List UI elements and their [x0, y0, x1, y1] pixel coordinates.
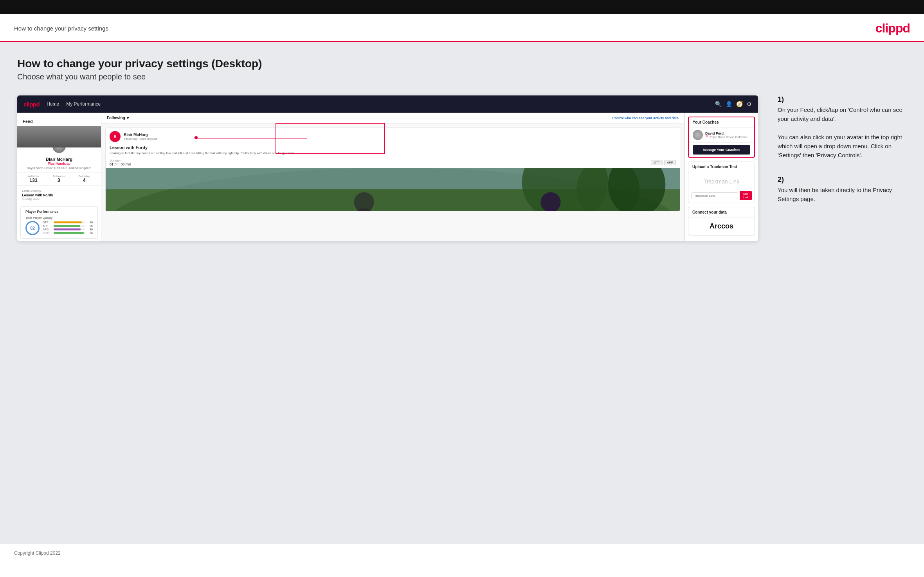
following-button[interactable]: Following ▾ — [107, 116, 129, 120]
trackman-title: Upload a Trackman Test — [688, 162, 755, 172]
app-center-feed: Following ▾ Control who can see your act… — [101, 113, 684, 241]
bar-ott-label: OTT — [43, 221, 52, 224]
feed-author-avatar: B — [110, 131, 121, 142]
header: How to change your privacy settings clip… — [0, 14, 924, 42]
feed-author-name: Blair McHarg — [124, 133, 157, 137]
feed-card-desc: Looking to feel like my hands are exitin… — [106, 151, 680, 157]
manage-coaches-button[interactable]: Manage Your Coaches — [693, 145, 750, 155]
connect-box: Connect your data Arccos — [688, 207, 755, 235]
bar-app-fill — [54, 225, 80, 227]
instr-num-1: 1) — [778, 95, 907, 104]
latest-date: 03 Aug 2022 — [22, 197, 96, 201]
app-left-sidebar: Feed Blair McHarg Plus Handicap Royal No… — [17, 113, 101, 241]
profile-stats: Activities 131 Followers 3 Following 4 — [17, 172, 101, 186]
feed-tab[interactable]: Feed — [17, 117, 101, 126]
app-body: Feed Blair McHarg Plus Handicap Royal No… — [17, 113, 758, 241]
stat-activities: Activities 131 — [28, 175, 39, 183]
feed-author-info: Blair McHarg Yesterday · Sunningdale — [124, 133, 157, 140]
stat-following-value: 4 — [79, 178, 90, 183]
duration-label: Duration — [110, 159, 131, 162]
feed-card: B Blair McHarg Yesterday · Sunningdale L… — [105, 128, 680, 211]
trackman-input[interactable] — [692, 192, 738, 199]
arccos-label: Arccos — [688, 217, 755, 235]
feed-card-header: B Blair McHarg Yesterday · Sunningdale — [106, 128, 680, 145]
coach-name: David Ford — [705, 131, 747, 135]
header-title: How to change your privacy settings — [14, 25, 108, 32]
stat-followers-value: 3 — [53, 178, 65, 183]
compass-icon[interactable]: 🧭 — [736, 101, 743, 107]
two-col-layout: clippd Home My Performance 🔍 👤 🧭 ⚙ Feed — [17, 95, 907, 241]
coach-info: David Ford 📍 Royal North Devon Golf Club — [705, 131, 747, 139]
stat-following: Following 4 — [79, 175, 90, 183]
top-bar — [0, 0, 924, 14]
player-perf-box: Player Performance Total Player Quality … — [20, 206, 98, 239]
coach-item: David Ford 📍 Royal North Devon Golf Club — [689, 128, 754, 143]
footer: Copyright Clippd 2022 — [0, 544, 924, 562]
control-link[interactable]: Control who can see your activity and da… — [612, 116, 679, 120]
bar-putt: PUTT 96 — [43, 232, 93, 234]
bar-ott-fill — [54, 221, 82, 223]
hero-title: How to change your privacy settings (Des… — [17, 58, 907, 70]
app-screenshot: clippd Home My Performance 🔍 👤 🧭 ⚙ Feed — [17, 95, 758, 241]
bar-ott-track — [54, 221, 85, 223]
player-perf-title: Player Performance — [25, 210, 93, 214]
quality-label: Total Player Quality — [25, 216, 93, 219]
bar-app-label: APP — [43, 225, 52, 227]
instr-text-2: You will then be taken directly to the P… — [778, 185, 907, 204]
feed-author-meta: Yesterday · Sunningdale — [124, 137, 157, 140]
trackman-placeholder: Trackman Link — [688, 172, 755, 189]
profile-club: Royal North Devon Golf Club, United King… — [17, 166, 101, 170]
nav-link-performance[interactable]: My Performance — [66, 101, 101, 107]
profile-banner — [17, 126, 101, 147]
app-nav-logo: clippd — [23, 101, 40, 108]
trackman-input-row: Add Link — [688, 189, 755, 203]
quality-score: 92 — [25, 221, 40, 235]
trackman-box: Upload a Trackman Test Trackman Link Add… — [688, 162, 755, 203]
feed-card-image — [106, 168, 680, 211]
connect-title: Connect your data — [688, 207, 755, 217]
following-bar: Following ▾ Control who can see your act… — [101, 113, 684, 124]
bar-putt-fill — [54, 232, 84, 234]
bar-app-val: 85 — [86, 225, 93, 227]
feed-author-initial: B — [113, 135, 116, 139]
player-perf-quality: 92 OTT 90 APP — [25, 221, 93, 235]
bar-app: APP 85 — [43, 225, 93, 227]
stat-following-label: Following — [79, 175, 90, 178]
coaches-box: Your Coaches David Ford 📍 Royal North De… — [688, 117, 755, 158]
add-link-button[interactable]: Add Link — [740, 191, 752, 200]
bar-putt-label: PUTT — [43, 232, 52, 234]
feed-card-duration: Duration 01 hr : 30 min OTT APP — [106, 157, 680, 168]
bar-putt-track — [54, 232, 85, 234]
stat-followers: Followers 3 — [53, 175, 65, 183]
coach-club: 📍 Royal North Devon Golf Club — [705, 135, 747, 139]
coach-avatar — [693, 130, 703, 140]
nav-link-home[interactable]: Home — [47, 101, 59, 107]
quality-bars: OTT 90 APP — [43, 221, 93, 235]
stat-followers-label: Followers — [53, 175, 65, 178]
main-content: How to change your privacy settings (Des… — [0, 42, 924, 544]
instr-num-2: 2) — [778, 176, 907, 184]
app-right-sidebar: Your Coaches David Ford 📍 Royal North De… — [684, 113, 758, 241]
instruction-1: 1) On your Feed, click/tap on 'Control w… — [778, 95, 907, 160]
svg-point-6 — [608, 168, 666, 211]
profile-tag: Plus Handicap — [17, 162, 101, 165]
bar-arg-label: ARG — [43, 228, 52, 231]
duration-value: 01 hr : 30 min — [110, 162, 131, 166]
red-dot — [195, 136, 198, 139]
clippd-logo: clippd — [875, 21, 910, 36]
chevron-down-icon: ▾ — [127, 116, 129, 120]
following-label: Following — [107, 116, 125, 120]
coaches-title: Your Coaches — [689, 117, 754, 128]
stat-activities-value: 131 — [28, 178, 39, 183]
avatar-icon[interactable]: ⚙ — [747, 101, 752, 107]
red-annotation-line — [195, 138, 307, 138]
feed-tags: OTT APP — [651, 160, 676, 165]
latest-value: Lesson with Fordy — [22, 193, 96, 197]
location-icon: 📍 — [705, 135, 709, 138]
user-icon[interactable]: 👤 — [726, 101, 732, 107]
instr-text-1: On your Feed, click/tap on 'Control who … — [778, 105, 907, 160]
bar-app-track — [54, 225, 85, 227]
app-nav: clippd Home My Performance 🔍 👤 🧭 ⚙ — [17, 95, 758, 113]
search-icon[interactable]: 🔍 — [715, 101, 722, 107]
feed-card-title: Lesson with Fordy — [106, 145, 680, 151]
